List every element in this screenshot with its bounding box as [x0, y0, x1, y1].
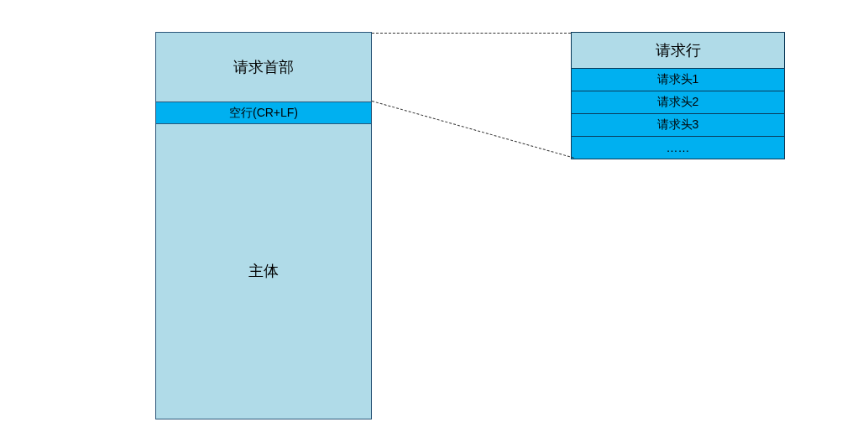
- header-section: 请求首部: [156, 33, 371, 102]
- header-section-label: 请求首部: [233, 57, 294, 77]
- header-row: 请求头2: [572, 91, 784, 113]
- header-row-label: 请求头1: [657, 72, 699, 87]
- header-row-label: 请求头2: [657, 95, 699, 110]
- header-detail-box: 请求行 请求头1 请求头2 请求头3 ……: [571, 32, 785, 159]
- request-structure-box: 请求首部 空行(CR+LF) 主体: [155, 32, 372, 419]
- request-line-label: 请求行: [656, 40, 701, 60]
- body-section-label: 主体: [248, 261, 279, 281]
- header-row: ……: [572, 136, 784, 159]
- header-row: 请求头1: [572, 68, 784, 91]
- header-row-label: ……: [667, 141, 690, 154]
- header-row-label: 请求头3: [657, 117, 699, 133]
- request-line-section: 请求行: [572, 33, 784, 68]
- connector-line-bottom: [372, 101, 574, 159]
- body-section: 主体: [156, 124, 371, 418]
- header-row: 请求头3: [572, 113, 784, 136]
- blank-line-label: 空行(CR+LF): [229, 106, 298, 121]
- blank-line-section: 空行(CR+LF): [156, 102, 371, 124]
- connector-line-top: [372, 33, 571, 34]
